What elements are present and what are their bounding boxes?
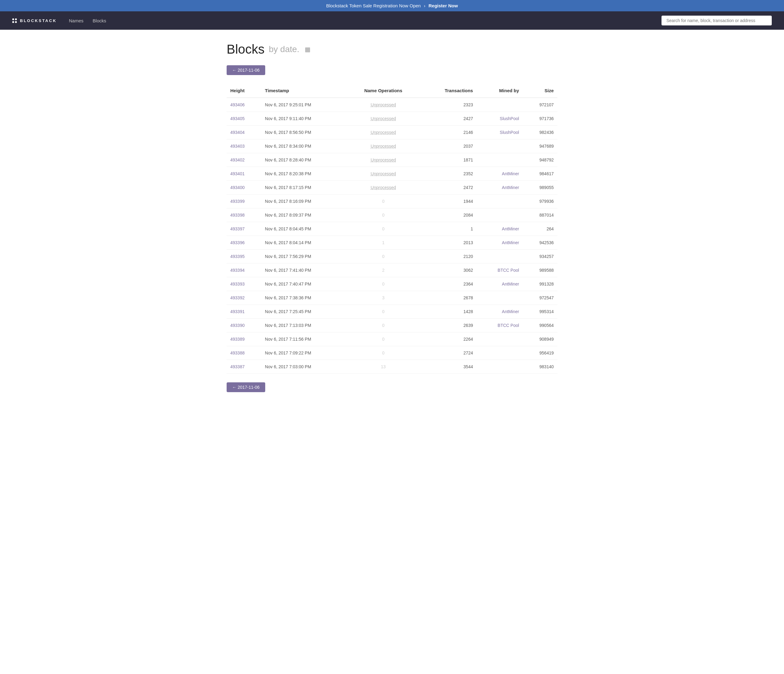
- banner-cta-link[interactable]: Register Now: [428, 3, 458, 8]
- timestamp-cell: Nov 6, 2017 8:16:09 PM: [261, 195, 347, 208]
- zero-value: 0: [382, 323, 385, 328]
- transactions-cell: 2724: [420, 346, 476, 360]
- name-ops-value: 1: [382, 240, 385, 245]
- timestamp-cell: Nov 6, 2017 8:09:37 PM: [261, 208, 347, 222]
- name-ops-value: 13: [381, 364, 386, 369]
- mined-by-link[interactable]: AntMiner: [502, 282, 519, 286]
- height-link[interactable]: 493387: [230, 364, 245, 369]
- zero-value: 0: [382, 213, 385, 218]
- name-ops-cell: Unprocessed: [347, 181, 420, 195]
- search-area: [661, 16, 772, 25]
- name-ops-cell: 0: [347, 346, 420, 360]
- height-link[interactable]: 493398: [230, 213, 245, 218]
- calendar-icon-button[interactable]: ▦: [303, 44, 312, 54]
- prev-date-button-bottom[interactable]: ← 2017-11-06: [227, 382, 265, 392]
- nav-link-blocks[interactable]: Blocks: [93, 18, 106, 23]
- mined-by-link[interactable]: AntMiner: [502, 240, 519, 245]
- height-link[interactable]: 493396: [230, 240, 245, 245]
- size-cell: 908949: [523, 332, 557, 346]
- mined-by-link[interactable]: BTCC Pool: [498, 268, 519, 272]
- announcement-banner: Blockstack Token Sale Registration Now O…: [0, 0, 784, 11]
- zero-value: 0: [382, 226, 385, 231]
- height-link[interactable]: 493405: [230, 116, 245, 121]
- table-row: 493393Nov 6, 2017 7:40:47 PM02364AntMine…: [227, 277, 557, 291]
- size-cell: 972547: [523, 291, 557, 305]
- table-row: 493392Nov 6, 2017 7:38:36 PM32678972547: [227, 291, 557, 305]
- unprocessed-link[interactable]: Unprocessed: [370, 116, 396, 121]
- search-input[interactable]: [661, 16, 772, 25]
- name-ops-cell: Unprocessed: [347, 139, 420, 153]
- height-link[interactable]: 493403: [230, 144, 245, 149]
- timestamp-cell: Nov 6, 2017 7:40:47 PM: [261, 277, 347, 291]
- mined-by-cell: [476, 208, 523, 222]
- table-row: 493391Nov 6, 2017 7:25:45 PM01428AntMine…: [227, 305, 557, 319]
- height-link[interactable]: 493393: [230, 282, 245, 286]
- size-cell: 983140: [523, 360, 557, 374]
- name-ops-cell: 0: [347, 277, 420, 291]
- timestamp-cell: Nov 6, 2017 8:04:45 PM: [261, 222, 347, 236]
- main-content: Blocks by date. ▦ ← 2017-11-06 Height Ti…: [215, 30, 569, 419]
- height-link[interactable]: 493401: [230, 171, 245, 176]
- mined-by-link[interactable]: AntMiner: [502, 226, 519, 231]
- height-link[interactable]: 493406: [230, 102, 245, 107]
- table-row: 493406Nov 6, 2017 9:25:01 PMUnprocessed2…: [227, 98, 557, 112]
- transactions-cell: 2084: [420, 208, 476, 222]
- name-ops-cell: 1: [347, 236, 420, 250]
- unprocessed-link[interactable]: Unprocessed: [370, 144, 396, 149]
- size-cell: 956419: [523, 346, 557, 360]
- transactions-cell: 1428: [420, 305, 476, 319]
- mined-by-cell: [476, 98, 523, 112]
- height-link[interactable]: 493389: [230, 337, 245, 342]
- name-ops-cell: 2: [347, 263, 420, 277]
- height-link[interactable]: 493391: [230, 309, 245, 314]
- prev-date-button-top[interactable]: ← 2017-11-06: [227, 65, 265, 75]
- transactions-cell: 2264: [420, 332, 476, 346]
- mined-by-link[interactable]: AntMiner: [502, 185, 519, 190]
- height-link[interactable]: 493404: [230, 130, 245, 135]
- mined-by-link[interactable]: SlushPool: [500, 130, 519, 135]
- table-row: 493401Nov 6, 2017 8:20:38 PMUnprocessed2…: [227, 167, 557, 181]
- transactions-cell: 2472: [420, 181, 476, 195]
- height-link[interactable]: 493392: [230, 295, 245, 300]
- unprocessed-link[interactable]: Unprocessed: [370, 185, 396, 190]
- unprocessed-link[interactable]: Unprocessed: [370, 171, 396, 176]
- table-row: 493405Nov 6, 2017 9:11:40 PMUnprocessed2…: [227, 112, 557, 126]
- size-cell: 991328: [523, 277, 557, 291]
- unprocessed-link[interactable]: Unprocessed: [370, 157, 396, 162]
- mined-by-link[interactable]: BTCC Pool: [498, 323, 519, 328]
- height-link[interactable]: 493397: [230, 226, 245, 231]
- timestamp-cell: Nov 6, 2017 9:11:40 PM: [261, 112, 347, 126]
- banner-text: Blockstack Token Sale Registration Now O…: [326, 3, 421, 8]
- logo-text: BLOCKSTACK: [20, 19, 57, 23]
- unprocessed-link[interactable]: Unprocessed: [370, 102, 396, 107]
- mined-by-link[interactable]: AntMiner: [502, 309, 519, 314]
- height-link[interactable]: 493402: [230, 157, 245, 162]
- table-row: 493388Nov 6, 2017 7:09:22 PM02724956419: [227, 346, 557, 360]
- table-row: 493390Nov 6, 2017 7:13:03 PM02639BTCC Po…: [227, 319, 557, 332]
- table-body: 493406Nov 6, 2017 9:25:01 PMUnprocessed2…: [227, 98, 557, 374]
- name-ops-cell: 0: [347, 208, 420, 222]
- unprocessed-link[interactable]: Unprocessed: [370, 130, 396, 135]
- mined-by-cell: BTCC Pool: [476, 263, 523, 277]
- mined-by-link[interactable]: SlushPool: [500, 116, 519, 121]
- height-link[interactable]: 493399: [230, 199, 245, 204]
- size-cell: 990564: [523, 319, 557, 332]
- zero-value: 0: [382, 350, 385, 355]
- height-link[interactable]: 493394: [230, 268, 245, 272]
- size-cell: 982436: [523, 126, 557, 139]
- nav-link-names[interactable]: Names: [69, 18, 84, 23]
- timestamp-cell: Nov 6, 2017 8:20:38 PM: [261, 167, 347, 181]
- height-link[interactable]: 493390: [230, 323, 245, 328]
- timestamp-cell: Nov 6, 2017 8:34:00 PM: [261, 139, 347, 153]
- col-mined-by: Mined by: [476, 84, 523, 98]
- transactions-cell: 2146: [420, 126, 476, 139]
- mined-by-link[interactable]: AntMiner: [502, 171, 519, 176]
- height-link[interactable]: 493388: [230, 350, 245, 355]
- size-cell: 979936: [523, 195, 557, 208]
- size-cell: 887014: [523, 208, 557, 222]
- mined-by-cell: AntMiner: [476, 277, 523, 291]
- page-subtitle: by date.: [269, 44, 300, 54]
- size-cell: 934257: [523, 250, 557, 263]
- height-link[interactable]: 493400: [230, 185, 245, 190]
- height-link[interactable]: 493395: [230, 254, 245, 259]
